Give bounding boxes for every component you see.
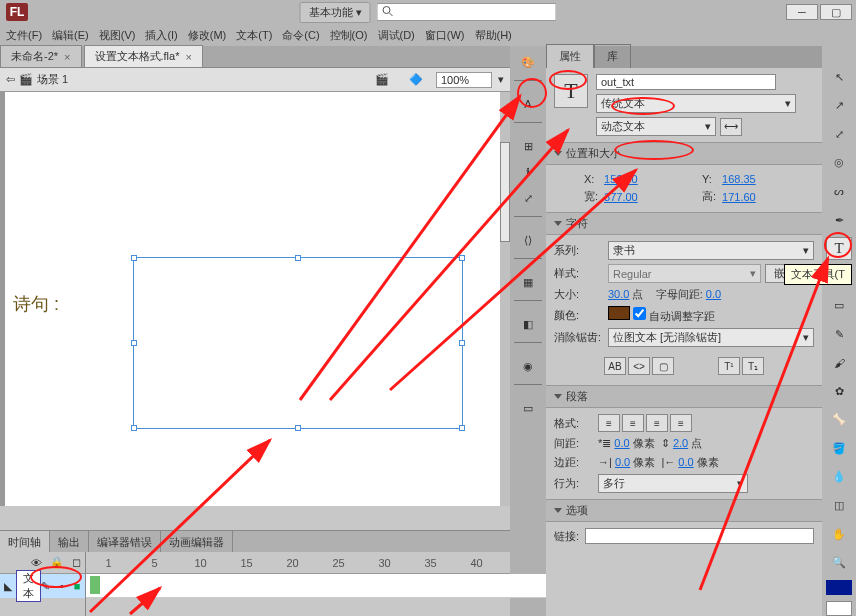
w-value[interactable]: 377.00	[604, 191, 696, 203]
bottom-tab[interactable]: 输出	[50, 531, 89, 552]
3d-rotation-tool[interactable]: ◎	[826, 152, 852, 175]
workspace-selector[interactable]: 基本功能 ▾	[300, 2, 371, 23]
actions-panel-icon[interactable]: ◉	[514, 354, 542, 378]
zoom-tool[interactable]: 🔍	[826, 551, 852, 574]
align-justify-button[interactable]: ≡	[670, 414, 692, 432]
menu-item[interactable]: 调试(D)	[378, 28, 415, 43]
timeline-frames[interactable]	[86, 574, 546, 598]
menu-item[interactable]: 帮助(H)	[475, 28, 512, 43]
behavior-combo[interactable]: 多行▾	[598, 474, 748, 493]
right-margin-value[interactable]: 0.0	[678, 456, 693, 468]
left-margin-value[interactable]: 0.0	[615, 456, 630, 468]
outline-header-icon[interactable]: ◻	[72, 556, 81, 569]
back-icon[interactable]: ⇦	[6, 73, 15, 86]
text-color-swatch[interactable]	[608, 306, 630, 320]
section-character[interactable]: 字符	[546, 212, 822, 235]
transform-panel-icon[interactable]: ⤢	[514, 186, 542, 210]
free-transform-tool[interactable]: ⤢	[826, 123, 852, 146]
align-panel-icon[interactable]: ⊞	[514, 134, 542, 158]
menu-item[interactable]: 文件(F)	[6, 28, 42, 43]
panel-tab[interactable]: 属性	[546, 44, 594, 68]
menu-item[interactable]: 视图(V)	[99, 28, 136, 43]
visibility-header-icon[interactable]: 👁	[31, 557, 42, 569]
h-value[interactable]: 171.60	[722, 191, 814, 203]
project-panel-icon[interactable]: ▭	[514, 396, 542, 420]
bottom-tab[interactable]: 编译器错误	[89, 531, 161, 552]
menu-item[interactable]: 编辑(E)	[52, 28, 89, 43]
paint-bucket-tool[interactable]: 🪣	[826, 437, 852, 460]
document-tab[interactable]: 设置文本格式.fla*×	[84, 45, 203, 67]
eyedropper-tool[interactable]: 💧	[826, 466, 852, 489]
stage-scrollbar-y[interactable]	[500, 92, 510, 506]
document-tab[interactable]: 未命名-2*×	[0, 45, 82, 67]
rectangle-tool[interactable]: ▭	[826, 294, 852, 317]
hand-tool[interactable]: ✋	[826, 523, 852, 546]
menu-item[interactable]: 插入(I)	[145, 28, 177, 43]
text-type-combo[interactable]: 动态文本▾	[596, 117, 716, 136]
superscript-button[interactable]: T¹	[718, 357, 740, 375]
section-options[interactable]: 选项	[546, 499, 822, 522]
eraser-tool[interactable]: ◫	[826, 494, 852, 517]
help-search[interactable]	[377, 3, 557, 21]
zoom-chevron-icon[interactable]: ▾	[498, 73, 504, 86]
indent-value[interactable]: 0.0	[614, 437, 629, 449]
menu-item[interactable]: 控制(O)	[330, 28, 368, 43]
minimize-button[interactable]: ─	[786, 4, 818, 20]
palette-icon[interactable]: 🎨	[514, 50, 542, 74]
zoom-select[interactable]: 100%	[436, 72, 492, 88]
swatches-panel-icon[interactable]: ▦	[514, 270, 542, 294]
stage-scrollbar-x[interactable]	[0, 506, 510, 530]
font-family-combo[interactable]: 隶书▾	[608, 241, 814, 260]
edit-symbol-icon[interactable]: 🔷	[402, 68, 430, 92]
stage[interactable]: 诗句 :	[5, 92, 505, 512]
subscript-button[interactable]: T₁	[742, 357, 764, 375]
lasso-tool[interactable]: ᔕ	[826, 180, 852, 203]
text-direction-button[interactable]: ⟷	[720, 118, 742, 136]
x-value[interactable]: 156.00	[604, 173, 696, 185]
menu-item[interactable]: 命令(C)	[282, 28, 319, 43]
pen-tool[interactable]: ✒	[826, 209, 852, 232]
maximize-button[interactable]: ▢	[820, 4, 852, 20]
font-style-combo[interactable]: Regular▾	[608, 264, 761, 283]
y-value[interactable]: 168.35	[722, 173, 814, 185]
align-center-button[interactable]: ≡	[622, 414, 644, 432]
link-input[interactable]	[585, 528, 814, 544]
align-left-button[interactable]: ≡	[598, 414, 620, 432]
selection-tool[interactable]: ↖	[826, 66, 852, 89]
selectable-button[interactable]: AB	[604, 357, 626, 375]
size-value[interactable]: 30.0	[608, 288, 629, 300]
close-icon[interactable]: ×	[64, 51, 70, 63]
help-search-input[interactable]	[398, 6, 552, 18]
letter-value[interactable]: 0.0	[706, 288, 721, 300]
menu-item[interactable]: 窗口(W)	[425, 28, 465, 43]
info-panel-icon[interactable]: ℹ	[514, 160, 542, 184]
antialias-combo[interactable]: 位图文本 [无消除锯齿]▾	[608, 328, 814, 347]
panel-tab[interactable]: 库	[594, 44, 631, 68]
edit-scene-icon[interactable]: 🎬	[368, 68, 396, 92]
keyframe[interactable]	[90, 576, 100, 594]
instance-name-input[interactable]	[596, 74, 776, 90]
pencil-tool[interactable]: ✎	[826, 323, 852, 346]
menu-item[interactable]: 修改(M)	[188, 28, 227, 43]
triangle-down-icon	[554, 221, 562, 226]
subselection-tool[interactable]: ↗	[826, 95, 852, 118]
linespacing-value[interactable]: 2.0	[673, 437, 688, 449]
align-right-button[interactable]: ≡	[646, 414, 668, 432]
auto-kern-checkbox[interactable]: 自动调整字距	[633, 310, 715, 322]
selected-text-field[interactable]	[133, 257, 463, 429]
fill-color[interactable]	[826, 601, 852, 616]
section-paragraph[interactable]: 段落	[546, 385, 822, 408]
code-snippets-icon[interactable]: ⟨⟩	[514, 228, 542, 252]
bottom-tab[interactable]: 时间轴	[0, 531, 50, 552]
scene-name[interactable]: 场景 1	[37, 72, 68, 87]
stroke-color[interactable]	[826, 580, 852, 595]
bottom-tab[interactable]: 动画编辑器	[161, 531, 233, 552]
components-panel-icon[interactable]: ◧	[514, 312, 542, 336]
render-html-button[interactable]: <>	[628, 357, 650, 375]
close-icon[interactable]: ×	[185, 51, 191, 63]
deco-tool[interactable]: ✿	[826, 380, 852, 403]
bone-tool[interactable]: 🦴	[826, 409, 852, 432]
border-button[interactable]: ▢	[652, 357, 674, 375]
menu-item[interactable]: 文本(T)	[236, 28, 272, 43]
brush-tool[interactable]: 🖌	[826, 351, 852, 374]
